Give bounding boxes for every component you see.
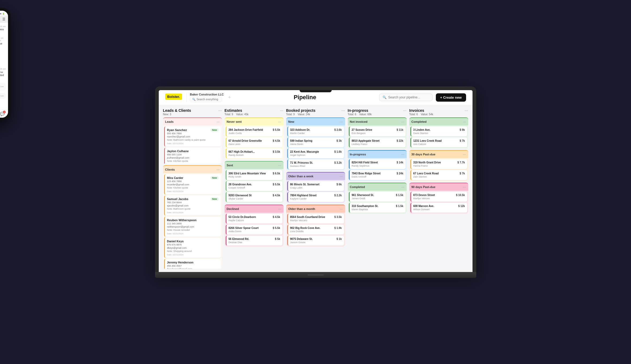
card-reuben-witherspoon[interactable]: Reuben Witherspoon 111 345 3456 rwithers… [164,217,221,237]
card-bp-1[interactable]: 323 Addison Dr. $ 2.6k Martin Carder [287,127,344,136]
card-ip-5[interactable]: 961 Sherwood St. $ 1.5k James Geidt [349,192,406,202]
section-menu-older-month[interactable]: ··· [340,207,343,211]
card-addr: 28 Grandrose Ave. [229,183,252,186]
card-bp-5[interactable]: 86 Illinois St. Somerset $ 6k Craig Lubi… [287,181,344,191]
card-ip-3[interactable]: 8254 Hill Field Street $ 14k Randy Septi… [349,159,406,169]
section-menu-30days[interactable]: ··· [463,152,466,156]
card-amount: $ 1.9k [334,227,342,229]
card-ip-4[interactable]: 7943 Bow Ridge Street $ 24k Davis Aminof… [349,170,406,180]
card-person: James Geidt [352,197,403,200]
card-est-9[interactable]: 56 Elmwood Rd. $ 5k Desirae Dias [226,236,282,246]
col-menu-estimates[interactable]: ··· [280,108,283,113]
card-inv-2[interactable]: 1231 Lees Creek Road $ 7k Ann Calzoni [410,137,467,147]
col-menu-booked[interactable]: ··· [341,108,345,113]
msg-text-1: Have you got any other photos of the whi… [0,28,6,34]
create-new-button[interactable]: + Create new [436,93,466,102]
section-menu-completed-inv[interactable]: ··· [463,120,466,124]
section-menu-never-sent[interactable]: ··· [278,120,281,124]
card-person: Ricky Smith [229,175,280,178]
sidebar-search-input[interactable] [197,98,220,101]
card-bp-6[interactable]: 7804 Highland Street $ 2.2k Kaylynn Card… [287,192,344,202]
section-menu-clients[interactable]: ··· [217,167,220,172]
section-menu-sent[interactable]: ··· [278,163,281,167]
section-title-older-week: Older than a week [288,175,313,178]
card-ip-6[interactable]: 310 Southampton St. $ 1.5k Maren Baptist… [349,203,406,213]
card-mira-carder[interactable]: Mira Carder New 123 456 7890 mcarder@gma… [164,174,221,194]
section-menu-new-proj[interactable]: ··· [340,120,343,124]
card-person: Ann Calzoni [413,143,465,145]
card-inv-1[interactable]: 3 Linden Ave. $ 9k Davis Stanton [410,127,467,136]
card-phone: 456 456 4567 [167,265,219,267]
card-est-7[interactable]: 53 Circle Dr.Dearborn $ 4.5k Haylie Calz… [226,214,282,224]
card-inv-5[interactable]: 873 Devon Street $ 10.5k Marilyn Vetrovs [410,192,467,202]
page-title: Pipeline [294,94,316,101]
card-amount: $ 10.5k [456,194,465,197]
card-est-5[interactable]: 28 Grandrose Ave. $ 5.5k Cooper Aminoff [226,181,282,191]
card-name: Daniel Keys [167,240,184,243]
card-bp-4[interactable]: 71 W. Princess St. $ 3.2k Gustavo Rhiel [287,159,344,169]
chat-message-1: C Cooper Client 11:26 am Have you got an… [0,25,6,34]
app-header: Bolster. Baker Construction LLC 🔍 + Pipe… [159,90,473,105]
card-email: sjacobs@gmail.com [167,204,219,207]
card-amount: $ 4.5k [273,194,280,197]
card-est-6[interactable]: 9283 Glenwood St $ 4.5k Skylar Carder [226,192,282,202]
card-est-8[interactable]: 8266 Silver Spear Court $ 5.5k Anika Don… [226,225,282,235]
card-bp-3[interactable]: 22 Kent Ave. Macungie $ 1.6k Angel Siphr… [287,148,344,158]
notification-job-booked[interactable]: 📅 Job booked Details 11:26 am [0,93,6,99]
card-inv-3[interactable]: 319 North Grant Drive $ 7.7k Hanna Franc… [410,159,467,169]
card-addr: 8810 Applegate Street [352,139,380,142]
section-title-declined: Declined [227,207,239,210]
section-title-older-month: Older than a month [288,207,315,210]
section-menu-leads[interactable]: ··· [217,120,220,124]
card-bp-9[interactable]: 9075 Delaware St. $ 1k Jaxson Gouse [287,236,344,246]
section-title-clients: Clients [165,168,175,171]
card-bp-2[interactable]: 599 Indian Spring $ 3k Alena Donin [287,137,344,147]
section-older-month: Older than a month ··· 8564 South Courtl… [286,205,345,247]
card-amount: $ 24k [396,172,403,175]
sidebar-add-icon[interactable]: + [228,95,231,100]
card-inv-4[interactable]: 67 Lees Creek Road $ 7k Zain Stanton [410,170,467,180]
card-ryan-sanchez[interactable]: Ryan Sanchez New 555 456 7890 rsanchez@g… [164,127,221,147]
card-est-1[interactable]: 284 Jackson Drive Fairfield $ 5.5k Justi… [226,127,282,136]
card-person: Marilyn Vaccaro [290,219,342,222]
col-menu-inprogress[interactable]: ··· [403,108,406,113]
nav-chat-icon[interactable]: 💬 2 [0,112,5,116]
card-ip-1[interactable]: 27 Sussex Drive $ 11k Erin Bergson [349,127,406,136]
card-amount: $ 5.5k [273,227,280,229]
card-addr: 7943 Bow Ridge Street [352,172,381,175]
pipeline-search-box: 🔍 [379,94,433,101]
section-menu-90days[interactable]: ··· [463,185,466,189]
card-est-2[interactable]: 67 Arnold Drive Greenville $ 4.5k Zaire … [226,137,282,147]
card-jeremy-henderson[interactable]: Jeremy Henderson 456 456 4567 jhenderson… [164,259,221,269]
card-addr: 310 Southampton St. [352,205,378,208]
card-bp-8[interactable]: 902 Big Rock Cove Ave. $ 1.9k Livia Doki… [287,225,344,235]
card-amount: $ 12k [458,205,465,208]
card-jaylon-culhane[interactable]: Jaylon Culhane 556 555 1234 jculhane@gma… [164,148,221,164]
section-title-not-invoiced: Not invoiced [350,120,368,123]
col-menu-invoices[interactable]: ··· [464,108,468,113]
card-est-3[interactable]: 667 High Dr.Hobart... $ 3.5k Randy Botos… [226,148,282,158]
mobile-phone: 3:30 ▬ ≋ 🔋 Bolster. 🔍☰ C Cooper [0,8,11,120]
card-bp-7[interactable]: 8564 South Courtland Drive $ 3.5k Marily… [287,214,344,224]
chat-message-2: T Teddy Baker Construction LLC 11:10 am … [0,37,6,60]
card-est-4[interactable]: 306 53rd Lane Mountain View $ 6.5k Ricky… [226,170,282,180]
card-samuel-jacobs[interactable]: Samuel Jacobs New 765 234 8644 sjacobs@g… [164,196,221,216]
card-ip-2[interactable]: 8810 Applegate Street $ 22k Lindsey Fran… [349,137,406,147]
card-amount: $ 1.5k [396,205,403,208]
card-email: jculhane@gmail.com [167,156,219,159]
card-name: Samuel Jacobs [167,197,188,201]
section-menu-not-invoiced[interactable]: ··· [401,120,405,124]
company-name: Baker Construction LLC [190,93,224,96]
card-person: Desirae Dias [229,241,280,244]
section-menu-declined[interactable]: ··· [278,207,281,211]
card-person: Wilson Dorwart [413,208,465,211]
section-menu-completed-ip[interactable]: ··· [401,185,405,189]
section-menu-inprog[interactable]: ··· [401,152,405,156]
card-inv-6[interactable]: 608 Marvon Ave. $ 12k Wilson Dorwart [410,203,467,213]
pipeline-search-input[interactable] [388,95,429,99]
card-email: jhenderson@gmail.com [167,268,219,269]
card-daniel-keys[interactable]: Daniel Keys 876 876 9876 dkeys@gmail.com… [164,238,221,258]
col-menu-leads-clients[interactable]: ··· [218,108,222,113]
section-menu-older-week[interactable]: ··· [340,174,343,178]
notification-estimation[interactable]: ✓ Estimation approved Details 11:26 am [0,83,6,90]
